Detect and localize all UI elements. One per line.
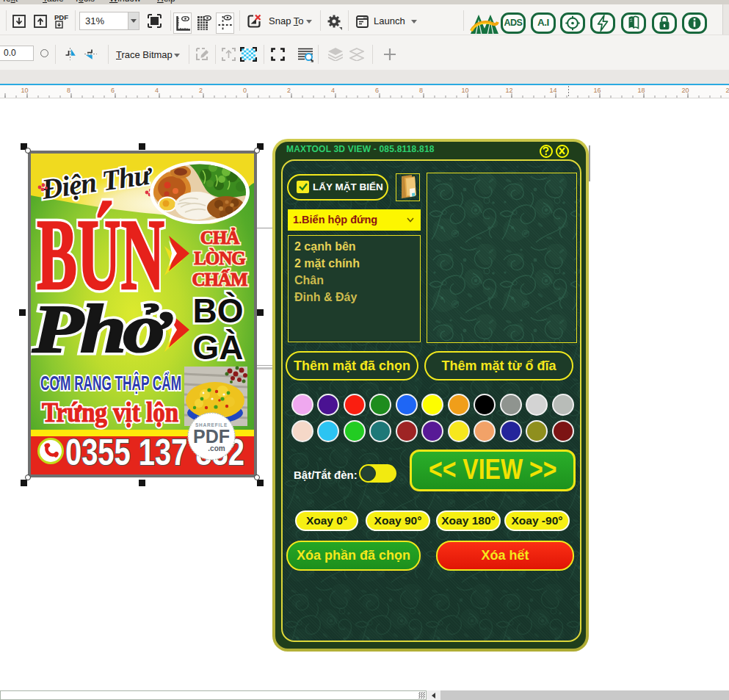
svg-text:LÒNG: LÒNG <box>194 248 245 268</box>
svg-text:BÒ: BÒ <box>193 292 244 330</box>
svg-text:GÀ: GÀ <box>193 328 244 367</box>
svg-text:CƠM RANG THẬP CẨM: CƠM RANG THẬP CẨM <box>40 372 181 394</box>
svg-text:CHẢ: CHẢ <box>200 228 240 248</box>
svg-text:Trứng vịt lộn: Trứng vịt lộn <box>42 397 178 427</box>
svg-text:PDF: PDF <box>193 426 230 447</box>
svg-text:Phở: Phở <box>32 290 173 367</box>
svg-text:.com: .com <box>208 444 225 452</box>
svg-text:CHẤM: CHẤM <box>192 269 247 289</box>
